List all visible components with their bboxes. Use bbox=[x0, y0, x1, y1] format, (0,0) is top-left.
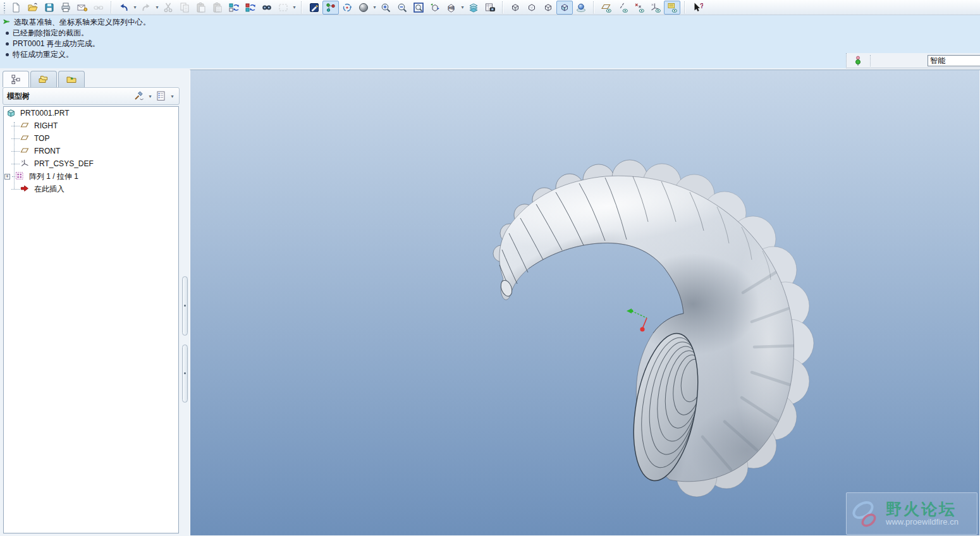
spin-center-button[interactable] bbox=[339, 1, 355, 15]
selection-filter-input[interactable] bbox=[928, 55, 980, 66]
log-line: PRT0001 再生成功完成。 bbox=[3, 39, 980, 49]
copy-button[interactable] bbox=[176, 1, 193, 15]
tree-item-label: RIGHT bbox=[33, 121, 59, 130]
no-hidden-button[interactable] bbox=[540, 1, 556, 15]
wildfire-logo-icon bbox=[849, 497, 882, 530]
regenerate-button[interactable] bbox=[226, 1, 242, 15]
view-manager-button[interactable] bbox=[482, 1, 498, 15]
graphics-area[interactable] bbox=[190, 70, 979, 535]
redo-button[interactable] bbox=[138, 1, 154, 15]
find-icon bbox=[261, 2, 273, 13]
prompt-arrow-icon bbox=[3, 17, 13, 28]
chevron-down-icon[interactable]: ▾ bbox=[154, 4, 160, 10]
shaded-icon bbox=[559, 2, 570, 13]
model-tree-title: 模型树 bbox=[7, 91, 132, 102]
datum-preview-icon bbox=[325, 2, 336, 13]
tree-item--1-1[interactable]: +阵列 1 / 拉伸 1 bbox=[4, 170, 178, 183]
tree-item-label: PRT_CSYS_DEF bbox=[33, 159, 95, 168]
tree-connector bbox=[11, 189, 20, 190]
tree-item-top[interactable]: TOP bbox=[4, 132, 178, 145]
csys-display-button[interactable] bbox=[647, 1, 664, 15]
paste-special-button[interactable] bbox=[209, 1, 226, 15]
saved-views-button[interactable]: HB bbox=[443, 1, 460, 15]
sash-handle-top[interactable] bbox=[182, 276, 188, 336]
stoplight-status-icon[interactable] bbox=[850, 54, 867, 68]
csys-display-icon bbox=[650, 2, 661, 13]
tree-item-label: 在此插入 bbox=[33, 184, 66, 195]
tree-item-prt0001-prt[interactable]: PRT0001.PRT bbox=[4, 107, 178, 119]
tree-display-button[interactable] bbox=[154, 90, 168, 102]
watermark-title: 野火论坛 bbox=[886, 501, 959, 517]
cut-button[interactable] bbox=[160, 1, 176, 15]
reorient-icon bbox=[429, 2, 441, 13]
reorient-button[interactable] bbox=[427, 1, 443, 15]
datum-display-button[interactable] bbox=[573, 1, 589, 15]
tree-item-front[interactable]: FRONT bbox=[4, 145, 178, 157]
model-tree: PRT0001.PRTRIGHTTOPFRONTPRT_CSYS_DEF+阵列 … bbox=[3, 106, 179, 533]
email-button[interactable] bbox=[74, 1, 90, 15]
datum-preview-button[interactable] bbox=[322, 1, 339, 15]
toolbar-separator bbox=[301, 1, 302, 13]
refit-button[interactable] bbox=[410, 1, 427, 15]
chevron-down-icon[interactable]: ▾ bbox=[291, 4, 297, 10]
open-file-button[interactable] bbox=[25, 1, 41, 15]
wireframe-button[interactable] bbox=[507, 1, 524, 15]
csys-icon bbox=[20, 158, 30, 169]
watermark: 野火论坛 www.proewildfire.cn bbox=[846, 492, 977, 535]
regenerate-manager-button[interactable] bbox=[242, 1, 259, 15]
sketch-display-button[interactable] bbox=[306, 1, 322, 15]
layers-button[interactable] bbox=[465, 1, 482, 15]
chevron-down-icon[interactable]: ▾ bbox=[147, 94, 153, 99]
paste-button[interactable] bbox=[193, 1, 209, 15]
axis-display-button[interactable] bbox=[615, 1, 631, 15]
chevron-down-icon[interactable]: ▾ bbox=[460, 4, 465, 10]
context-help-button[interactable]: ? bbox=[689, 1, 706, 15]
render-style-button[interactable] bbox=[355, 1, 372, 15]
undo-button[interactable] bbox=[116, 1, 132, 15]
toolbar-grip[interactable] bbox=[3, 2, 6, 13]
zoom-in-button[interactable] bbox=[377, 1, 394, 15]
plane-display-button[interactable] bbox=[598, 1, 615, 15]
refit-icon bbox=[413, 2, 424, 13]
selection-buffer-button[interactable] bbox=[275, 1, 291, 15]
print-button[interactable] bbox=[58, 1, 74, 15]
svg-text:HB: HB bbox=[448, 6, 455, 10]
axis-display-icon bbox=[617, 2, 628, 13]
paste-special-icon bbox=[212, 2, 223, 13]
tree-item-right[interactable]: RIGHT bbox=[4, 119, 178, 132]
sketch-display-icon bbox=[309, 2, 320, 13]
folder-browser-tab[interactable] bbox=[30, 71, 57, 87]
favorites-tab[interactable]: * bbox=[58, 71, 85, 87]
paste-icon bbox=[195, 2, 207, 13]
tree-display-icon bbox=[156, 90, 167, 102]
sash-handle-bottom[interactable] bbox=[182, 344, 188, 403]
model-tree-tab[interactable] bbox=[3, 71, 29, 87]
hidden-line-button[interactable] bbox=[524, 1, 540, 15]
plane-display-icon bbox=[601, 2, 612, 13]
tree-settings-button[interactable] bbox=[132, 90, 146, 102]
graphics-viewport[interactable]: 野火论坛 www.proewildfire.cn bbox=[190, 70, 980, 536]
zoom-out-button[interactable] bbox=[394, 1, 410, 15]
chevron-down-icon[interactable]: ▾ bbox=[169, 94, 175, 99]
chevron-down-icon[interactable]: ▾ bbox=[372, 4, 377, 10]
toolbar-separator bbox=[111, 1, 112, 13]
new-file-icon bbox=[11, 2, 22, 13]
new-file-button[interactable] bbox=[8, 1, 25, 15]
stoplight-icon bbox=[853, 55, 864, 66]
tree-item-prt_csys_def[interactable]: PRT_CSYS_DEF bbox=[4, 157, 178, 170]
annotation-display-button[interactable] bbox=[664, 1, 680, 15]
shaded-button[interactable] bbox=[556, 1, 573, 15]
find-button[interactable] bbox=[259, 1, 275, 15]
point-display-button[interactable] bbox=[631, 1, 647, 15]
link-icon bbox=[93, 2, 104, 13]
tab-folders-icon bbox=[38, 74, 49, 85]
link-button[interactable] bbox=[90, 1, 107, 15]
tree-item--[interactable]: 在此插入 bbox=[4, 183, 178, 195]
chevron-down-icon[interactable]: ▾ bbox=[132, 4, 138, 10]
main-toolbar: ▾▾▾▾HB▾? bbox=[0, 0, 980, 15]
tree-expander[interactable]: + bbox=[4, 174, 10, 180]
open-file-icon bbox=[27, 2, 39, 13]
toolbar-separator bbox=[684, 1, 685, 13]
datum-display-icon bbox=[575, 2, 587, 13]
save-button[interactable] bbox=[41, 1, 58, 15]
